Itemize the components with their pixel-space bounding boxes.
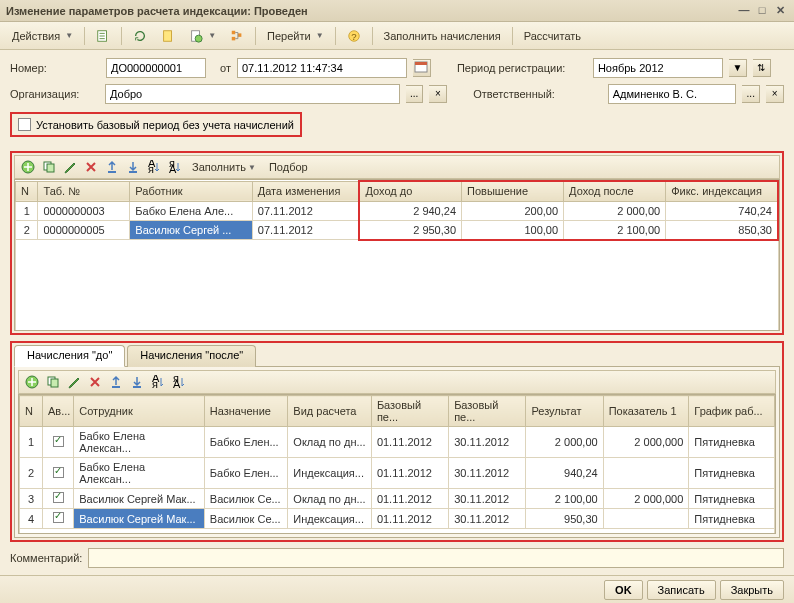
- svg-rect-1: [164, 30, 172, 41]
- edit-row-icon[interactable]: [61, 158, 79, 176]
- svg-text:я: я: [152, 378, 158, 389]
- svg-rect-15: [129, 171, 137, 173]
- tab-after[interactable]: Начисления "после": [127, 345, 256, 367]
- tree-icon[interactable]: [224, 27, 250, 45]
- workers-toolbar: Aя яA Заполнить▼ Подбор: [14, 155, 780, 179]
- number-field[interactable]: ДО000000001: [106, 58, 206, 78]
- workers-grid-wrap: Aя яA Заполнить▼ Подбор N Таб. № Работни…: [10, 151, 784, 335]
- col-income-after[interactable]: Доход после: [564, 181, 666, 201]
- upload-icon[interactable]: [107, 373, 125, 391]
- svg-point-3: [195, 35, 202, 42]
- col-ind1[interactable]: Показатель 1: [603, 396, 689, 427]
- col-from[interactable]: Базовый пе...: [371, 396, 448, 427]
- auto-checkbox[interactable]: [53, 492, 64, 503]
- download-icon[interactable]: [124, 158, 142, 176]
- base-period-checkbox-row[interactable]: Установить базовый период без учета начи…: [10, 112, 302, 137]
- auto-checkbox[interactable]: [53, 436, 64, 447]
- window-title: Изменение параметров расчета индексации:…: [6, 5, 734, 17]
- svg-rect-4: [232, 30, 236, 34]
- copy-row-icon[interactable]: [40, 158, 58, 176]
- accruals-section: Начисления "до" Начисления "после" Aя яA…: [10, 341, 784, 542]
- maximize-button[interactable]: □: [754, 4, 770, 18]
- org-select-icon[interactable]: ...: [406, 85, 424, 103]
- svg-rect-24: [133, 386, 141, 388]
- table-row[interactable]: 3Василюк Сергей Мак...Василюк Се...Оклад…: [20, 489, 775, 509]
- table-row[interactable]: 2Бабко Елена Алексан...Бабко Елен...Инде…: [20, 458, 775, 489]
- col-assign[interactable]: Назначение: [204, 396, 288, 427]
- col-emp[interactable]: Сотрудник: [74, 396, 205, 427]
- svg-text:?: ?: [351, 30, 356, 41]
- svg-rect-22: [51, 379, 58, 387]
- copy-row-icon[interactable]: [44, 373, 62, 391]
- comment-field[interactable]: [88, 548, 784, 568]
- col-fixed[interactable]: Фикс. индексация: [666, 181, 778, 201]
- col-worker[interactable]: Работник: [130, 181, 252, 201]
- resp-field[interactable]: Админенко В. С.: [608, 84, 737, 104]
- col-n[interactable]: N: [16, 181, 38, 201]
- tabs: Начисления "до" Начисления "после": [14, 345, 780, 367]
- add-row-icon[interactable]: [19, 158, 37, 176]
- ok-button[interactable]: OK: [604, 580, 643, 600]
- sort-asc-icon[interactable]: Aя: [145, 158, 163, 176]
- col-date[interactable]: Дата изменения: [252, 181, 359, 201]
- table-row[interactable]: 1Бабко Елена Алексан...Бабко Елен...Окла…: [20, 427, 775, 458]
- doc-yellow-icon[interactable]: [155, 27, 181, 45]
- close-button[interactable]: ✕: [772, 4, 788, 18]
- period-dropdown-icon[interactable]: ▼: [729, 59, 747, 77]
- post-icon[interactable]: [90, 27, 116, 45]
- sort-asc-icon[interactable]: Aя: [149, 373, 167, 391]
- doc-action-icon[interactable]: ▼: [183, 27, 222, 45]
- delete-row-icon[interactable]: [82, 158, 100, 176]
- svg-rect-13: [47, 164, 54, 172]
- tab-before[interactable]: Начисления "до": [14, 345, 125, 367]
- auto-checkbox[interactable]: [53, 467, 64, 478]
- table-row[interactable]: 20000000005Василюк Сергей ...07.11.20122…: [16, 220, 779, 240]
- save-button[interactable]: Записать: [647, 580, 716, 600]
- col-schedule[interactable]: График раб...: [689, 396, 775, 427]
- minimize-button[interactable]: —: [736, 4, 752, 18]
- fill-menu[interactable]: Заполнить▼: [187, 159, 261, 175]
- svg-text:A: A: [169, 163, 177, 174]
- close-form-button[interactable]: Закрыть: [720, 580, 784, 600]
- footer: OK Записать Закрыть: [0, 575, 794, 603]
- accruals-grid[interactable]: N Ав... Сотрудник Назначение Вид расчета…: [18, 394, 776, 534]
- col-to[interactable]: Базовый пе...: [449, 396, 526, 427]
- select-button[interactable]: Подбор: [264, 159, 313, 175]
- calculate-button[interactable]: Рассчитать: [518, 28, 587, 44]
- sort-desc-icon[interactable]: яA: [166, 158, 184, 176]
- add-row-icon[interactable]: [23, 373, 41, 391]
- upload-icon[interactable]: [103, 158, 121, 176]
- actions-menu[interactable]: Действия▼: [6, 28, 79, 44]
- col-tab[interactable]: Таб. №: [38, 181, 130, 201]
- col-av[interactable]: Ав...: [42, 396, 73, 427]
- sort-desc-icon[interactable]: яA: [170, 373, 188, 391]
- table-row[interactable]: 4Василюк Сергей Мак...Василюк Се...Индек…: [20, 509, 775, 529]
- refresh-icon[interactable]: [127, 27, 153, 45]
- calendar-icon[interactable]: [413, 59, 431, 77]
- help-icon[interactable]: ?: [341, 27, 367, 45]
- fill-accruals-button[interactable]: Заполнить начисления: [378, 28, 507, 44]
- col-increase[interactable]: Повышение: [462, 181, 564, 201]
- col-result[interactable]: Результат: [526, 396, 603, 427]
- period-field[interactable]: Ноябрь 2012: [593, 58, 723, 78]
- base-period-checkbox[interactable]: [18, 118, 31, 131]
- table-row[interactable]: 10000000003Бабко Елена Але...07.11.20122…: [16, 201, 779, 220]
- goto-menu[interactable]: Перейти▼: [261, 28, 330, 44]
- date-field[interactable]: 07.11.2012 11:47:34: [237, 58, 407, 78]
- svg-rect-5: [232, 36, 236, 40]
- workers-grid[interactable]: N Таб. № Работник Дата изменения Доход д…: [14, 179, 780, 331]
- resp-clear-icon[interactable]: ×: [766, 85, 784, 103]
- auto-checkbox[interactable]: [53, 512, 64, 523]
- comment-row: Комментарий:: [10, 548, 784, 568]
- org-clear-icon[interactable]: ×: [429, 85, 447, 103]
- period-spinner-icon[interactable]: ⇅: [753, 59, 771, 77]
- download-icon[interactable]: [128, 373, 146, 391]
- resp-select-icon[interactable]: ...: [742, 85, 760, 103]
- delete-row-icon[interactable]: [86, 373, 104, 391]
- col-income-before[interactable]: Доход до: [359, 181, 461, 201]
- org-field[interactable]: Добро: [105, 84, 400, 104]
- edit-row-icon[interactable]: [65, 373, 83, 391]
- org-label: Организация:: [10, 88, 99, 100]
- col-calc[interactable]: Вид расчета: [288, 396, 372, 427]
- col-n2[interactable]: N: [20, 396, 43, 427]
